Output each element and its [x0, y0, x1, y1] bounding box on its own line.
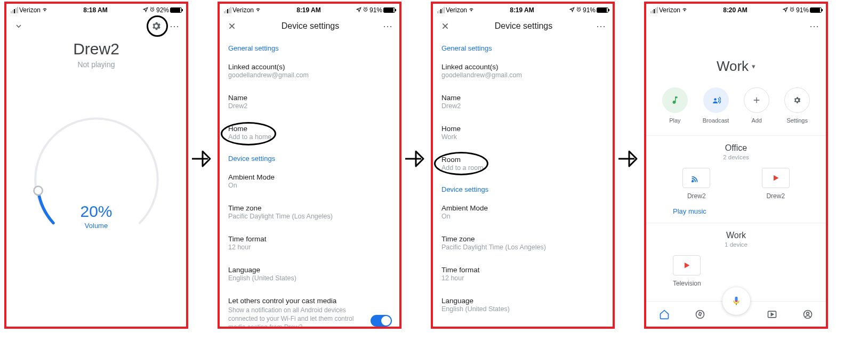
signal-icon	[437, 7, 445, 13]
home-name-label: Work	[717, 58, 749, 75]
page-title: Device settings	[282, 21, 340, 31]
battery-icon	[383, 7, 395, 13]
setting-language[interactable]: Language English (United States)	[433, 291, 613, 316]
setting-timeformat[interactable]: Time format 12 hour	[433, 261, 613, 285]
setting-cast-control[interactable]: Let others control your cast media	[433, 322, 613, 329]
status-bar: Verizon 8:18 AM 92%	[6, 4, 186, 15]
section-device[interactable]: Device settings	[433, 178, 613, 199]
setting-title: Let others control your cast media	[441, 328, 604, 329]
more-icon[interactable]: ⋯	[383, 20, 393, 32]
carrier-label: Verizon	[659, 6, 680, 14]
setting-title: Ambient Mode	[228, 173, 391, 181]
setting-title: Linked account(s)	[441, 63, 604, 71]
setting-value: English (United States)	[441, 305, 604, 313]
setting-name[interactable]: Name Drew2	[220, 88, 399, 113]
volume-pct-label: 20%	[80, 202, 112, 221]
close-icon[interactable]	[439, 20, 451, 32]
cast-toggle[interactable]	[371, 315, 392, 327]
svg-point-10	[807, 312, 809, 314]
setting-timeformat[interactable]: Time format 12 hour	[220, 230, 399, 254]
setting-value: goodellandrew@gmail.com	[228, 71, 391, 79]
arrow-icon	[191, 149, 215, 168]
more-icon[interactable]: ⋯	[170, 20, 180, 32]
device-status-label: Not playing	[6, 60, 186, 69]
discover-tab-icon[interactable]	[694, 308, 706, 320]
setting-name[interactable]: Name Drew2	[433, 88, 613, 113]
play-icon	[762, 168, 790, 188]
device-card[interactable]: Drew2	[682, 168, 710, 200]
device-name: Drew2	[687, 192, 706, 200]
setting-title: Time format	[441, 266, 604, 274]
more-icon[interactable]: ⋯	[596, 20, 606, 32]
caret-down-icon: ▾	[752, 62, 756, 70]
broadcast-action[interactable]: Broadcast	[703, 87, 729, 124]
location-icon	[783, 6, 788, 14]
alarm-icon	[576, 6, 582, 14]
chevron-down-icon[interactable]	[13, 20, 25, 32]
group-title: Office	[657, 143, 815, 153]
setting-timezone[interactable]: Time zone Pacific Daylight Time (Los Ang…	[433, 230, 613, 254]
setting-description: Show a notification on all Android devic…	[228, 306, 361, 329]
mic-button[interactable]	[722, 287, 750, 315]
signal-icon	[650, 7, 658, 13]
setting-value: Drew2	[228, 102, 391, 110]
volume-label: Volume	[85, 222, 108, 230]
setting-room[interactable]: Room Add to a room	[433, 150, 613, 175]
setting-linked-account[interactable]: Linked account(s) goodellandrew@gmail.co…	[433, 58, 613, 82]
setting-home[interactable]: Home Work	[433, 119, 613, 144]
home-tab-icon[interactable]	[658, 308, 670, 320]
alarm-icon	[789, 6, 795, 14]
carrier-label: Verizon	[19, 6, 41, 14]
setting-title: Time zone	[441, 235, 604, 243]
setting-cast-control[interactable]: Let others control your cast media Show …	[220, 291, 399, 329]
setting-home[interactable]: Home Add to a home	[220, 119, 399, 144]
section-device[interactable]: Device settings	[220, 147, 399, 168]
setting-linked-account[interactable]: Linked account(s) goodellandrew@gmail.co…	[220, 58, 399, 82]
svg-point-7	[696, 310, 704, 318]
setting-title: Home	[441, 125, 604, 133]
media-tab-icon[interactable]	[766, 308, 778, 320]
setting-title: Let others control your cast media	[228, 297, 391, 305]
plus-icon	[744, 87, 769, 113]
setting-title: Name	[228, 94, 391, 102]
gear-icon[interactable]	[150, 20, 162, 32]
setting-value: Add to a room	[441, 164, 604, 172]
setting-timezone[interactable]: Time zone Pacific Daylight Time (Los Ang…	[220, 199, 399, 223]
status-bar: Verizon 8:20 AM 91%	[646, 4, 826, 15]
location-icon	[143, 6, 148, 14]
location-icon	[569, 6, 575, 14]
add-action[interactable]: Add	[744, 87, 769, 124]
settings-action[interactable]: Settings	[784, 87, 810, 124]
account-tab-icon[interactable]	[802, 308, 814, 320]
broadcast-icon	[703, 87, 729, 113]
setting-language[interactable]: Language English (United States)	[220, 261, 399, 285]
setting-value: Add to a home	[228, 133, 391, 141]
setting-title: Language	[441, 297, 604, 305]
home-selector[interactable]: Work ▾	[717, 58, 756, 75]
clock-label: 8:19 AM	[510, 6, 534, 14]
clock-label: 8:19 AM	[296, 6, 321, 14]
setting-ambient[interactable]: Ambient Mode On	[220, 168, 399, 192]
section-general[interactable]: General settings	[220, 37, 399, 58]
carrier-label: Verizon	[446, 6, 467, 14]
battery-icon	[597, 7, 608, 13]
setting-title: Time format	[228, 235, 391, 243]
arrow-icon	[617, 149, 642, 168]
volume-dial[interactable]: 20% Volume	[25, 101, 168, 245]
play-music-link[interactable]: Play music	[657, 207, 815, 215]
wifi-icon	[42, 7, 48, 13]
section-general[interactable]: General settings	[433, 37, 613, 58]
gear-icon	[784, 87, 810, 113]
setting-value: Pacific Daylight Time (Los Angeles)	[228, 213, 391, 220]
more-icon[interactable]: ⋯	[809, 20, 819, 32]
close-icon[interactable]	[226, 20, 238, 32]
status-bar: Verizon 8:19 AM 91%	[220, 4, 399, 15]
setting-ambient[interactable]: Ambient Mode On	[433, 199, 613, 223]
setting-value: On	[441, 213, 604, 220]
setting-value: 12 hour	[228, 243, 391, 251]
device-card[interactable]: Television	[673, 255, 701, 287]
device-card[interactable]: Drew2	[762, 168, 790, 200]
setting-title: Language	[228, 266, 391, 274]
setting-title: Time zone	[228, 204, 391, 212]
play-action[interactable]: Play	[662, 87, 688, 124]
